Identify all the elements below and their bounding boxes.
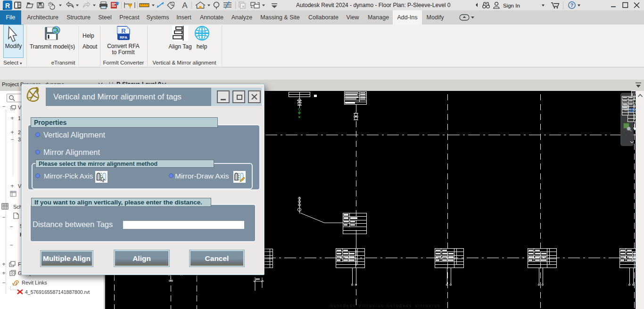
svg-text:1: 1	[172, 2, 173, 6]
svg-text:2D: 2D	[629, 107, 636, 113]
svg-text:RFA: RFA	[120, 35, 127, 40]
svg-text:Sign In: Sign In	[503, 3, 520, 8]
svg-text:R: R	[121, 27, 126, 34]
svg-text:R: R	[5, 2, 10, 9]
svg-text:Autodesk Vitruvius Autode: Autodesk Vitruvius Autodesk Vitruvius	[330, 303, 441, 308]
svg-text:?: ?	[570, 2, 573, 8]
svg-text:A: A	[182, 1, 188, 10]
